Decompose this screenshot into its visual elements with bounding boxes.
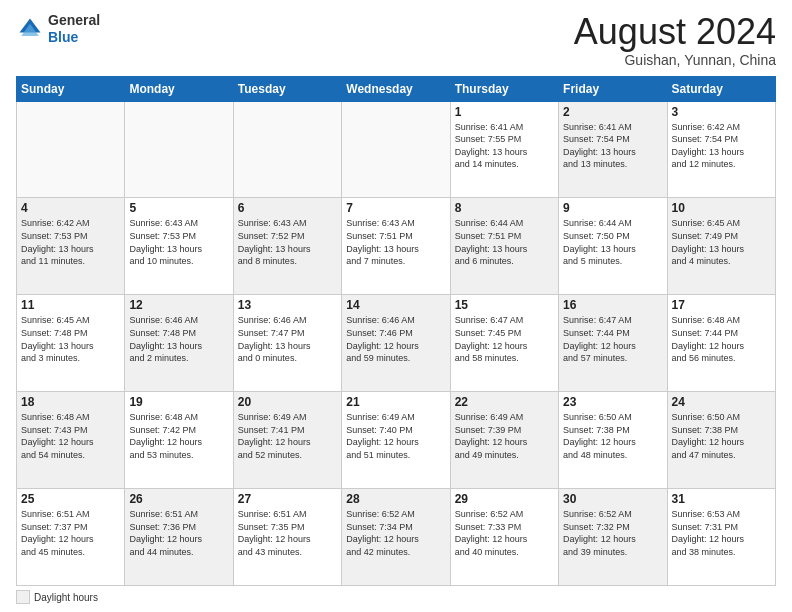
day-info: Sunrise: 6:43 AM Sunset: 7:52 PM Dayligh… — [238, 217, 337, 267]
day-number: 20 — [238, 395, 337, 409]
header: General Blue August 2024 Guishan, Yunnan… — [16, 12, 776, 68]
calendar-cell: 27Sunrise: 6:51 AM Sunset: 7:35 PM Dayli… — [233, 489, 341, 586]
calendar-cell: 14Sunrise: 6:46 AM Sunset: 7:46 PM Dayli… — [342, 295, 450, 392]
day-info: Sunrise: 6:46 AM Sunset: 7:47 PM Dayligh… — [238, 314, 337, 364]
calendar-cell: 10Sunrise: 6:45 AM Sunset: 7:49 PM Dayli… — [667, 198, 775, 295]
day-number: 11 — [21, 298, 120, 312]
calendar-cell: 4Sunrise: 6:42 AM Sunset: 7:53 PM Daylig… — [17, 198, 125, 295]
calendar-cell: 30Sunrise: 6:52 AM Sunset: 7:32 PM Dayli… — [559, 489, 667, 586]
day-info: Sunrise: 6:49 AM Sunset: 7:41 PM Dayligh… — [238, 411, 337, 461]
legend-shaded-box — [16, 590, 30, 604]
day-number: 8 — [455, 201, 554, 215]
day-number: 15 — [455, 298, 554, 312]
day-number: 4 — [21, 201, 120, 215]
calendar-cell: 19Sunrise: 6:48 AM Sunset: 7:42 PM Dayli… — [125, 392, 233, 489]
calendar-cell: 3Sunrise: 6:42 AM Sunset: 7:54 PM Daylig… — [667, 101, 775, 198]
calendar-cell: 21Sunrise: 6:49 AM Sunset: 7:40 PM Dayli… — [342, 392, 450, 489]
calendar-cell — [125, 101, 233, 198]
day-number: 10 — [672, 201, 771, 215]
day-number: 21 — [346, 395, 445, 409]
month-title: August 2024 — [574, 12, 776, 52]
day-number: 31 — [672, 492, 771, 506]
calendar-cell: 12Sunrise: 6:46 AM Sunset: 7:48 PM Dayli… — [125, 295, 233, 392]
day-number: 2 — [563, 105, 662, 119]
calendar-week-2: 4Sunrise: 6:42 AM Sunset: 7:53 PM Daylig… — [17, 198, 776, 295]
calendar-week-4: 18Sunrise: 6:48 AM Sunset: 7:43 PM Dayli… — [17, 392, 776, 489]
calendar-cell: 26Sunrise: 6:51 AM Sunset: 7:36 PM Dayli… — [125, 489, 233, 586]
day-info: Sunrise: 6:45 AM Sunset: 7:49 PM Dayligh… — [672, 217, 771, 267]
calendar-cell: 23Sunrise: 6:50 AM Sunset: 7:38 PM Dayli… — [559, 392, 667, 489]
day-info: Sunrise: 6:52 AM Sunset: 7:32 PM Dayligh… — [563, 508, 662, 558]
day-number: 26 — [129, 492, 228, 506]
day-number: 27 — [238, 492, 337, 506]
day-number: 23 — [563, 395, 662, 409]
calendar-cell: 20Sunrise: 6:49 AM Sunset: 7:41 PM Dayli… — [233, 392, 341, 489]
calendar-cell: 13Sunrise: 6:46 AM Sunset: 7:47 PM Dayli… — [233, 295, 341, 392]
logo-icon — [16, 15, 44, 43]
day-number: 25 — [21, 492, 120, 506]
calendar-cell: 9Sunrise: 6:44 AM Sunset: 7:50 PM Daylig… — [559, 198, 667, 295]
day-number: 1 — [455, 105, 554, 119]
footer: Daylight hours — [16, 590, 776, 604]
calendar-cell: 1Sunrise: 6:41 AM Sunset: 7:55 PM Daylig… — [450, 101, 558, 198]
calendar-week-5: 25Sunrise: 6:51 AM Sunset: 7:37 PM Dayli… — [17, 489, 776, 586]
day-info: Sunrise: 6:48 AM Sunset: 7:42 PM Dayligh… — [129, 411, 228, 461]
day-number: 14 — [346, 298, 445, 312]
day-info: Sunrise: 6:52 AM Sunset: 7:33 PM Dayligh… — [455, 508, 554, 558]
day-info: Sunrise: 6:44 AM Sunset: 7:51 PM Dayligh… — [455, 217, 554, 267]
day-number: 12 — [129, 298, 228, 312]
calendar-cell: 15Sunrise: 6:47 AM Sunset: 7:45 PM Dayli… — [450, 295, 558, 392]
col-header-wednesday: Wednesday — [342, 76, 450, 101]
day-info: Sunrise: 6:43 AM Sunset: 7:51 PM Dayligh… — [346, 217, 445, 267]
day-info: Sunrise: 6:45 AM Sunset: 7:48 PM Dayligh… — [21, 314, 120, 364]
calendar-cell: 16Sunrise: 6:47 AM Sunset: 7:44 PM Dayli… — [559, 295, 667, 392]
day-info: Sunrise: 6:50 AM Sunset: 7:38 PM Dayligh… — [563, 411, 662, 461]
day-info: Sunrise: 6:47 AM Sunset: 7:45 PM Dayligh… — [455, 314, 554, 364]
calendar-week-3: 11Sunrise: 6:45 AM Sunset: 7:48 PM Dayli… — [17, 295, 776, 392]
logo-blue: Blue — [48, 29, 100, 46]
day-info: Sunrise: 6:53 AM Sunset: 7:31 PM Dayligh… — [672, 508, 771, 558]
col-header-monday: Monday — [125, 76, 233, 101]
day-number: 18 — [21, 395, 120, 409]
day-info: Sunrise: 6:50 AM Sunset: 7:38 PM Dayligh… — [672, 411, 771, 461]
day-info: Sunrise: 6:42 AM Sunset: 7:53 PM Dayligh… — [21, 217, 120, 267]
calendar-cell — [17, 101, 125, 198]
day-number: 16 — [563, 298, 662, 312]
calendar-cell: 11Sunrise: 6:45 AM Sunset: 7:48 PM Dayli… — [17, 295, 125, 392]
day-number: 22 — [455, 395, 554, 409]
col-header-tuesday: Tuesday — [233, 76, 341, 101]
logo-general: General — [48, 12, 100, 29]
col-header-thursday: Thursday — [450, 76, 558, 101]
calendar-cell — [233, 101, 341, 198]
day-info: Sunrise: 6:49 AM Sunset: 7:40 PM Dayligh… — [346, 411, 445, 461]
calendar-header-row: SundayMondayTuesdayWednesdayThursdayFrid… — [17, 76, 776, 101]
day-info: Sunrise: 6:51 AM Sunset: 7:35 PM Dayligh… — [238, 508, 337, 558]
col-header-friday: Friday — [559, 76, 667, 101]
day-info: Sunrise: 6:46 AM Sunset: 7:48 PM Dayligh… — [129, 314, 228, 364]
logo: General Blue — [16, 12, 100, 46]
calendar-cell: 28Sunrise: 6:52 AM Sunset: 7:34 PM Dayli… — [342, 489, 450, 586]
calendar-cell: 6Sunrise: 6:43 AM Sunset: 7:52 PM Daylig… — [233, 198, 341, 295]
day-number: 5 — [129, 201, 228, 215]
calendar-cell: 29Sunrise: 6:52 AM Sunset: 7:33 PM Dayli… — [450, 489, 558, 586]
calendar-cell: 25Sunrise: 6:51 AM Sunset: 7:37 PM Dayli… — [17, 489, 125, 586]
calendar-cell: 22Sunrise: 6:49 AM Sunset: 7:39 PM Dayli… — [450, 392, 558, 489]
day-number: 7 — [346, 201, 445, 215]
calendar-cell: 31Sunrise: 6:53 AM Sunset: 7:31 PM Dayli… — [667, 489, 775, 586]
calendar-cell: 8Sunrise: 6:44 AM Sunset: 7:51 PM Daylig… — [450, 198, 558, 295]
day-info: Sunrise: 6:48 AM Sunset: 7:44 PM Dayligh… — [672, 314, 771, 364]
page: General Blue August 2024 Guishan, Yunnan… — [0, 0, 792, 612]
calendar-cell: 24Sunrise: 6:50 AM Sunset: 7:38 PM Dayli… — [667, 392, 775, 489]
calendar-week-1: 1Sunrise: 6:41 AM Sunset: 7:55 PM Daylig… — [17, 101, 776, 198]
day-info: Sunrise: 6:47 AM Sunset: 7:44 PM Dayligh… — [563, 314, 662, 364]
calendar-cell: 17Sunrise: 6:48 AM Sunset: 7:44 PM Dayli… — [667, 295, 775, 392]
calendar-table: SundayMondayTuesdayWednesdayThursdayFrid… — [16, 76, 776, 586]
day-info: Sunrise: 6:51 AM Sunset: 7:36 PM Dayligh… — [129, 508, 228, 558]
calendar-cell: 18Sunrise: 6:48 AM Sunset: 7:43 PM Dayli… — [17, 392, 125, 489]
day-number: 6 — [238, 201, 337, 215]
day-number: 19 — [129, 395, 228, 409]
day-info: Sunrise: 6:52 AM Sunset: 7:34 PM Dayligh… — [346, 508, 445, 558]
day-info: Sunrise: 6:44 AM Sunset: 7:50 PM Dayligh… — [563, 217, 662, 267]
day-info: Sunrise: 6:41 AM Sunset: 7:55 PM Dayligh… — [455, 121, 554, 171]
location: Guishan, Yunnan, China — [574, 52, 776, 68]
